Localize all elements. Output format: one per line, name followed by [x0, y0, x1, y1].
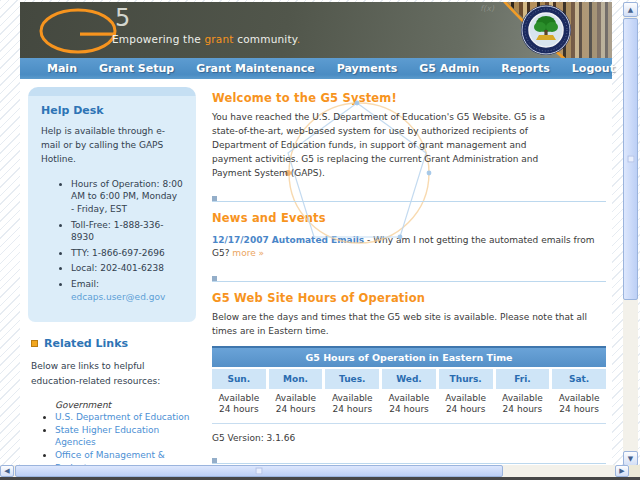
- nav-item-main[interactable]: Main: [36, 62, 88, 75]
- day-header: Wed.: [382, 369, 436, 389]
- welcome-paragraph: You have reached the U.S. Department of …: [212, 111, 564, 181]
- help-desk-panel: Help Desk Help is available through e-ma…: [28, 87, 196, 322]
- nav-item-grant-setup[interactable]: Grant Setup: [88, 62, 185, 75]
- main-nav: Main Grant Setup Grant Maintenance Payme…: [20, 58, 612, 79]
- sidebar: Help Desk Help is available through e-ma…: [28, 87, 196, 480]
- related-links-section: Related Links Below are links to helpful…: [28, 322, 196, 480]
- tagline-prefix: Empowering the: [112, 33, 204, 45]
- hours-table: G5 Hours of Operation in Eastern Time Su…: [212, 346, 606, 424]
- section-divider: [212, 196, 606, 202]
- g5-logo-five: 5: [115, 4, 130, 32]
- tagline-suffix: community: [234, 33, 297, 45]
- help-desk-tollfree: Toll-Free: 1-888-336-8930: [71, 219, 183, 244]
- group-heading: Government: [55, 400, 194, 410]
- help-desk-intro: Help is available through e-mail or by c…: [41, 125, 183, 167]
- day-header: Tues.: [325, 369, 379, 389]
- link-us-dept-education[interactable]: U.S. Department of Education: [55, 412, 190, 422]
- scroll-down-icon: ▼: [628, 455, 633, 463]
- availability-cell: Available 24 hours: [269, 389, 323, 422]
- g5-webpage: 5 Empowering the grant community. f(x) M…: [20, 2, 612, 480]
- email-label: Email:: [71, 279, 99, 289]
- scrollbar-corner: [629, 465, 640, 477]
- vertical-scrollbar-thumb[interactable]: [623, 18, 638, 300]
- nav-item-payments[interactable]: Payments: [326, 62, 409, 75]
- vertical-scrollbar[interactable]: ▲ ▼: [623, 2, 638, 466]
- hours-title: G5 Web Site Hours of Operation: [212, 291, 606, 305]
- hours-intro: Below are the days and times that the G5…: [212, 311, 606, 339]
- day-header: Fri.: [496, 369, 550, 389]
- scrollbar-grip: [627, 156, 634, 163]
- list-item: U.S. Department of Education: [55, 411, 194, 423]
- day-header: Thurs.: [439, 369, 493, 389]
- email-link[interactable]: edcaps.user@ed.gov: [71, 292, 165, 302]
- hours-table-data-row: Available 24 hours Available 24 hours Av…: [212, 389, 606, 422]
- scroll-up-icon: ▲: [628, 6, 633, 14]
- tagline-period: .: [297, 33, 301, 45]
- help-desk-title: Help Desk: [41, 104, 183, 117]
- related-links-header: Related Links: [31, 337, 194, 350]
- department-of-education-seal-icon: [520, 4, 572, 56]
- tagline: Empowering the grant community.: [112, 33, 300, 45]
- nav-item-g5-admin[interactable]: G5 Admin: [408, 62, 490, 75]
- site-header: 5 Empowering the grant community. f(x): [20, 2, 612, 58]
- scroll-right-icon: ▶: [619, 467, 624, 475]
- availability-cell: Available 24 hours: [552, 389, 606, 422]
- help-desk-tty: TTY: 1-866-697-2696: [71, 247, 183, 260]
- g5-version-label: G5 Version: 3.1.66: [212, 433, 606, 443]
- day-header: Sun.: [212, 369, 266, 389]
- help-desk-list: Hours of Operation: 8:00 AM to 6:00 PM, …: [41, 178, 183, 303]
- related-links-title: Related Links: [44, 337, 128, 350]
- orange-square-bullet-icon: [31, 340, 38, 347]
- scroll-left-button[interactable]: ◀: [0, 465, 14, 477]
- nav-item-logout[interactable]: Logout: [561, 62, 626, 75]
- availability-cell: Available 24 hours: [325, 389, 379, 422]
- scroll-left-icon: ◀: [4, 467, 9, 475]
- help-desk-local: Local: 202-401-6238: [71, 262, 183, 275]
- availability-cell: Available 24 hours: [382, 389, 436, 422]
- day-header: Sat.: [552, 369, 606, 389]
- g5-logo-icon: [34, 5, 126, 55]
- scrollbar-grip: [256, 468, 263, 475]
- availability-cell: Available 24 hours: [496, 389, 550, 422]
- section-divider: [212, 276, 606, 282]
- scroll-right-button[interactable]: ▶: [615, 465, 629, 477]
- availability-cell: Available 24 hours: [439, 389, 493, 422]
- main-column: Welcome to the G5 System! You have reach…: [196, 87, 612, 480]
- nav-item-reports[interactable]: Reports: [490, 62, 561, 75]
- scroll-up-button[interactable]: ▲: [623, 2, 638, 17]
- help-desk-email: Email: edcaps.user@ed.gov: [71, 278, 183, 303]
- list-item: State Higher Education Agencies: [55, 424, 194, 448]
- section-divider: [212, 458, 606, 464]
- tagline-highlight: grant: [204, 33, 233, 45]
- content-area: Help Desk Help is available through e-ma…: [20, 79, 612, 480]
- day-header: Mon.: [269, 369, 323, 389]
- nav-item-grant-maintenance[interactable]: Grant Maintenance: [185, 62, 326, 75]
- hours-table-caption: G5 Hours of Operation in Eastern Time: [212, 346, 606, 367]
- horizontal-scrollbar[interactable]: ◀ ▶: [0, 465, 629, 477]
- help-desk-hours: Hours of Operation: 8:00 AM to 6:00 PM, …: [71, 178, 183, 216]
- link-state-higher-ed[interactable]: State Higher Education Agencies: [55, 425, 159, 447]
- related-links-intro: Below are links to helpful education-rel…: [31, 359, 194, 388]
- horizontal-scrollbar-thumb[interactable]: [15, 465, 503, 477]
- scroll-down-button[interactable]: ▼: [623, 451, 638, 466]
- hours-table-day-row: Sun. Mon. Tues. Wed. Thurs. Fri. Sat.: [212, 369, 606, 389]
- link-group-government: Government U.S. Department of Education …: [31, 400, 194, 474]
- availability-cell: Available 24 hours: [212, 389, 266, 422]
